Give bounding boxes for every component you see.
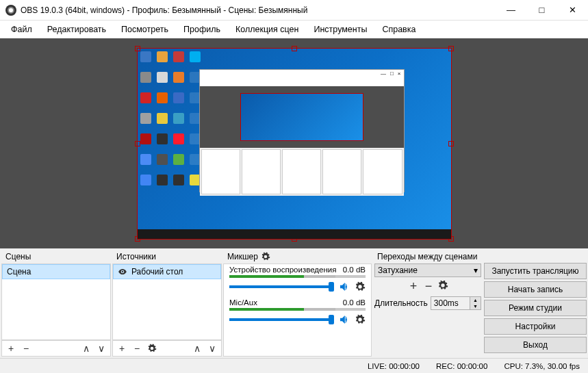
channel-name: Mic/Aux bbox=[229, 298, 257, 307]
titlebar: OBS 19.0.3 (64bit, windows) - Профиль: Б… bbox=[0, 0, 588, 21]
mute-button[interactable] bbox=[338, 313, 350, 326]
minimize-button[interactable]: — bbox=[496, 0, 526, 21]
studio-mode-button[interactable]: Режим студии bbox=[484, 300, 587, 316]
scenes-header: Сцены bbox=[1, 250, 111, 263]
channel-name: Устройство воспроизведения bbox=[229, 266, 336, 274]
channel-db: 0.0 dB bbox=[343, 298, 366, 307]
nested-obs-window: —□× bbox=[199, 69, 405, 192]
resize-handle-t[interactable] bbox=[292, 46, 297, 51]
duration-value: 300ms bbox=[431, 297, 470, 309]
mixer-header: Микшер bbox=[223, 250, 372, 263]
sources-panel: Источники Рабочий стол + − ∧ ∨ bbox=[112, 250, 222, 357]
resize-handle-l[interactable] bbox=[135, 141, 140, 146]
window-title: OBS 19.0.3 (64bit, windows) - Профиль: Б… bbox=[21, 5, 496, 15]
status-cpu: CPU: 7.3%, 30.00 fps bbox=[504, 362, 580, 370]
mixer-channel-desktop-audio: Устройство воспроизведения 0.0 dB bbox=[224, 264, 371, 297]
sources-header: Источники bbox=[112, 250, 222, 263]
settings-button[interactable]: Настройки bbox=[484, 318, 587, 335]
preview-source-bounds[interactable]: —□× bbox=[137, 48, 452, 240]
taskbar-representation bbox=[138, 229, 451, 239]
volume-meter bbox=[229, 308, 366, 311]
remove-source-button[interactable]: − bbox=[131, 342, 143, 355]
close-button[interactable]: ✕ bbox=[557, 0, 588, 21]
move-source-down-button[interactable]: ∨ bbox=[206, 342, 218, 355]
scenes-toolbar: + − ∧ ∨ bbox=[1, 340, 111, 357]
window-controls: — □ ✕ bbox=[496, 0, 588, 21]
gear-icon[interactable] bbox=[261, 252, 270, 261]
channel-settings-button[interactable] bbox=[355, 314, 366, 325]
remove-scene-button[interactable]: − bbox=[20, 342, 32, 355]
menu-help[interactable]: Справка bbox=[375, 23, 422, 36]
scenes-panel: Сцены Сцена + − ∧ ∨ bbox=[1, 250, 111, 357]
exit-button[interactable]: Выход bbox=[484, 337, 587, 353]
menubar: Файл Редактировать Посмотреть Профиль Ко… bbox=[0, 21, 588, 38]
status-rec: REC: 00:00:00 bbox=[436, 362, 487, 370]
resize-handle-r[interactable] bbox=[448, 141, 454, 146]
channel-db: 0.0 dB bbox=[343, 266, 366, 274]
volume-slider[interactable] bbox=[229, 318, 334, 321]
sources-list[interactable]: Рабочий стол bbox=[112, 263, 222, 340]
mixer-channel-mic-aux: Mic/Aux 0.0 dB bbox=[224, 297, 371, 330]
scenes-list[interactable]: Сцена bbox=[1, 263, 111, 340]
status-live: LIVE: 00:00:00 bbox=[368, 362, 420, 370]
controls-panel: Запустить трансляцию Начать запись Режим… bbox=[484, 250, 587, 357]
transition-selected: Затухание bbox=[378, 266, 418, 275]
transition-settings-button[interactable] bbox=[437, 280, 448, 291]
add-source-button[interactable]: + bbox=[116, 342, 128, 355]
app-icon bbox=[5, 5, 16, 16]
menu-file[interactable]: Файл bbox=[4, 23, 39, 36]
menu-tools[interactable]: Инструменты bbox=[307, 23, 374, 36]
mixer-title: Микшер bbox=[227, 252, 258, 261]
preview-area[interactable]: —□× bbox=[0, 38, 588, 248]
volume-slider[interactable] bbox=[229, 285, 334, 288]
move-scene-down-button[interactable]: ∨ bbox=[95, 342, 107, 355]
resize-handle-tr[interactable] bbox=[448, 46, 454, 51]
duration-input[interactable]: 300ms ▲ ▼ bbox=[431, 296, 481, 310]
mute-button[interactable] bbox=[338, 281, 350, 293]
resize-handle-tl[interactable] bbox=[135, 46, 140, 51]
transitions-header: Переходы между сценами bbox=[373, 250, 483, 263]
dropdown-icon: ▾ bbox=[474, 266, 478, 275]
sources-toolbar: + − ∧ ∨ bbox=[112, 340, 222, 357]
volume-meter bbox=[229, 275, 366, 278]
duration-label: Длительность bbox=[374, 298, 428, 308]
add-scene-button[interactable]: + bbox=[5, 342, 17, 355]
scene-item[interactable]: Сцена bbox=[2, 264, 110, 279]
menu-scene-collection[interactable]: Коллекция сцен bbox=[229, 23, 305, 36]
duration-down-button[interactable]: ▼ bbox=[470, 303, 481, 309]
statusbar: LIVE: 00:00:00 REC: 00:00:00 CPU: 7.3%, … bbox=[0, 358, 588, 373]
source-item[interactable]: Рабочий стол bbox=[113, 264, 221, 279]
channel-settings-button[interactable] bbox=[355, 281, 366, 292]
menu-edit[interactable]: Редактировать bbox=[40, 23, 113, 36]
start-streaming-button[interactable]: Запустить трансляцию bbox=[484, 263, 587, 279]
move-scene-up-button[interactable]: ∧ bbox=[80, 342, 92, 355]
source-properties-button[interactable] bbox=[146, 342, 158, 355]
menu-view[interactable]: Посмотреть bbox=[114, 23, 175, 36]
mixer-body: Устройство воспроизведения 0.0 dB Mic/Au… bbox=[223, 263, 372, 357]
mixer-panel: Микшер Устройство воспроизведения 0.0 dB… bbox=[223, 250, 372, 357]
move-source-up-button[interactable]: ∧ bbox=[191, 342, 203, 355]
visibility-icon[interactable] bbox=[118, 267, 127, 276]
gear-icon bbox=[147, 344, 157, 353]
source-item-label: Рабочий стол bbox=[131, 267, 183, 276]
maximize-button[interactable]: □ bbox=[526, 0, 557, 21]
remove-transition-button[interactable]: − bbox=[422, 280, 435, 292]
start-recording-button[interactable]: Начать запись bbox=[484, 281, 587, 298]
menu-profile[interactable]: Профиль bbox=[177, 23, 227, 36]
add-transition-button[interactable]: + bbox=[407, 280, 420, 292]
controls-spacer bbox=[484, 250, 587, 263]
docks-row: Сцены Сцена + − ∧ ∨ Источники Рабочий ст… bbox=[0, 248, 588, 358]
svg-point-0 bbox=[122, 271, 123, 272]
desktop-icons-representation bbox=[140, 51, 202, 191]
transitions-panel: Переходы между сценами Затухание ▾ + − Д… bbox=[373, 250, 483, 357]
duration-up-button[interactable]: ▲ bbox=[470, 297, 481, 303]
transition-select[interactable]: Затухание ▾ bbox=[374, 263, 481, 277]
